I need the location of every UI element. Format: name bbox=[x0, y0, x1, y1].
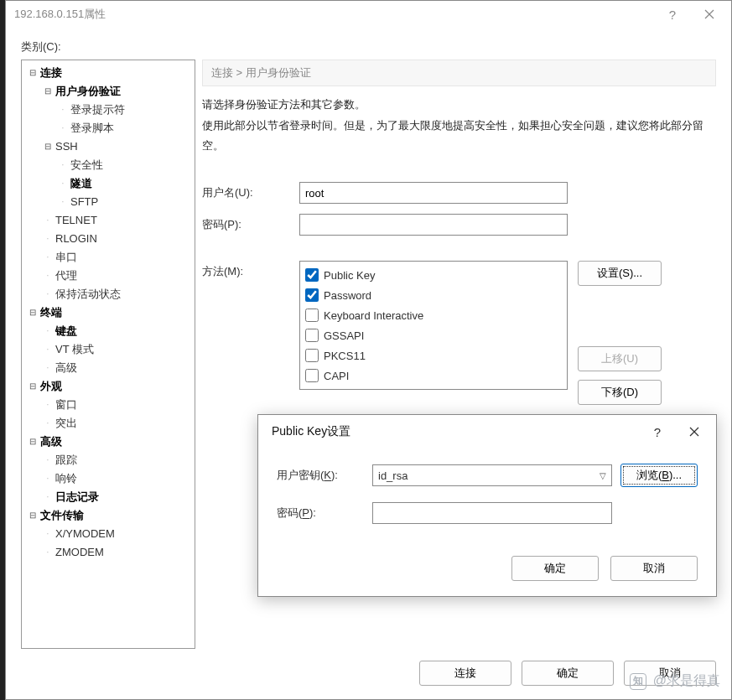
tree-branch-icon: · bbox=[42, 525, 54, 543]
tree-item[interactable]: ⊟文件传输 bbox=[22, 506, 195, 525]
tree-item-label: 跟踪 bbox=[54, 451, 79, 469]
tree-branch-icon: · bbox=[42, 543, 54, 562]
tree-item-label: 键盘 bbox=[54, 322, 79, 340]
tree-item[interactable]: ·TELNET bbox=[22, 211, 195, 230]
tree-item-label: RLOGIN bbox=[54, 230, 99, 248]
user-key-label: 用户密钥(K): bbox=[277, 468, 364, 483]
tree-item[interactable]: ⊟高级 bbox=[22, 433, 195, 451]
modal-ok-button[interactable]: 确定 bbox=[511, 556, 599, 581]
move-down-button[interactable]: 下移(D) bbox=[578, 380, 662, 405]
method-checkbox[interactable] bbox=[305, 268, 319, 282]
tree-item[interactable]: ·串口 bbox=[22, 248, 195, 267]
help-button[interactable]: ? bbox=[654, 2, 691, 27]
tree-item[interactable]: ⊟外观 bbox=[22, 377, 195, 396]
password-row: 密码(P): bbox=[202, 214, 716, 236]
tree-item-label: 代理 bbox=[54, 267, 79, 285]
tree-item[interactable]: ·跟踪 bbox=[22, 451, 195, 469]
method-item[interactable]: CAPI bbox=[305, 366, 562, 386]
modal-help-button[interactable]: ? bbox=[639, 419, 676, 444]
tree-item[interactable]: ⊟用户身份验证 bbox=[22, 82, 195, 101]
bottom-bar: 连接 确定 取消 bbox=[21, 649, 716, 699]
tree-collapse-icon[interactable]: ⊟ bbox=[27, 303, 39, 322]
tree-item[interactable]: ·保持活动状态 bbox=[22, 285, 195, 303]
tree-item-label: 隧道 bbox=[69, 174, 94, 193]
modal-cancel-button[interactable]: 取消 bbox=[610, 556, 698, 581]
tree-branch-icon: · bbox=[57, 174, 69, 193]
chevron-down-icon: ▽ bbox=[600, 471, 606, 480]
method-item[interactable]: Public Key bbox=[305, 265, 562, 285]
method-side-buttons: 设置(S)... 上移(U) 下移(D) bbox=[578, 261, 662, 405]
settings-button[interactable]: 设置(S)... bbox=[578, 261, 662, 286]
tree-item[interactable]: ·X/YMODEM bbox=[22, 525, 195, 543]
move-up-button[interactable]: 上移(U) bbox=[578, 346, 662, 371]
cancel-button[interactable]: 取消 bbox=[624, 661, 716, 686]
modal-footer: 确定 取消 bbox=[258, 546, 716, 596]
tree-item[interactable]: ·代理 bbox=[22, 267, 195, 285]
connect-button[interactable]: 连接 bbox=[419, 661, 511, 686]
tree-item-label: 安全性 bbox=[69, 156, 105, 174]
method-checkbox[interactable] bbox=[305, 329, 319, 342]
method-checkbox[interactable] bbox=[305, 349, 319, 362]
method-checkbox[interactable] bbox=[305, 288, 319, 302]
browse-button[interactable]: 浏览(B)... bbox=[620, 464, 698, 487]
tree-collapse-icon[interactable]: ⊟ bbox=[42, 137, 54, 156]
tree-item[interactable]: ·隧道 bbox=[22, 174, 195, 193]
tree-item[interactable]: ·突出 bbox=[22, 414, 195, 433]
tree-collapse-icon[interactable]: ⊟ bbox=[27, 64, 39, 82]
tree-item[interactable]: ·登录脚本 bbox=[22, 119, 195, 137]
tree-item-label: VT 模式 bbox=[54, 340, 96, 359]
tree-item[interactable]: ·登录提示符 bbox=[22, 101, 195, 119]
tree-branch-icon: · bbox=[42, 451, 54, 469]
tree-item[interactable]: ·安全性 bbox=[22, 156, 195, 174]
tree-item[interactable]: ·日志记录 bbox=[22, 488, 195, 506]
method-item[interactable]: Keyboard Interactive bbox=[305, 305, 562, 325]
username-input[interactable] bbox=[299, 182, 568, 204]
methods-list[interactable]: Public KeyPasswordKeyboard InteractiveGS… bbox=[299, 261, 568, 390]
ok-button[interactable]: 确定 bbox=[522, 661, 614, 686]
tree-item[interactable]: ⊟连接 bbox=[22, 64, 195, 82]
tree-collapse-icon[interactable]: ⊟ bbox=[27, 506, 39, 525]
tree-collapse-icon[interactable]: ⊟ bbox=[27, 433, 39, 451]
tree-item-label: 日志记录 bbox=[54, 488, 101, 506]
description-line: 使用此部分以节省登录时间。但是，为了最大限度地提高安全性，如果担心安全问题，建议… bbox=[202, 116, 716, 157]
tree-item-label: 串口 bbox=[54, 248, 79, 267]
tree-item[interactable]: ⊟SSH bbox=[22, 137, 195, 156]
tree-item[interactable]: ·键盘 bbox=[22, 322, 195, 340]
modal-password-label: 密码(P): bbox=[277, 506, 364, 521]
tree-collapse-icon[interactable]: ⊟ bbox=[27, 377, 39, 396]
category-tree[interactable]: ⊟连接⊟用户身份验证·登录提示符·登录脚本⊟SSH·安全性·隧道·SFTP·TE… bbox=[21, 60, 195, 649]
tree-collapse-icon[interactable]: ⊟ bbox=[42, 82, 54, 101]
method-item[interactable]: PKCS11 bbox=[305, 345, 562, 366]
method-checkbox[interactable] bbox=[305, 309, 319, 322]
tree-item[interactable]: ·RLOGIN bbox=[22, 230, 195, 248]
close-icon bbox=[704, 9, 714, 19]
user-key-select[interactable]: id_rsa ▽ bbox=[372, 464, 612, 486]
method-label: Public Key bbox=[324, 269, 375, 282]
tree-item[interactable]: ·响铃 bbox=[22, 469, 195, 488]
tree-item[interactable]: ⊟终端 bbox=[22, 303, 195, 322]
modal-close-button[interactable] bbox=[676, 419, 713, 444]
tree-item-label: 终端 bbox=[39, 303, 64, 322]
close-button[interactable] bbox=[691, 2, 728, 27]
tree-item[interactable]: ·VT 模式 bbox=[22, 340, 195, 359]
tree-branch-icon: · bbox=[42, 396, 54, 414]
method-label: Password bbox=[324, 289, 371, 302]
modal-password-input[interactable] bbox=[372, 502, 612, 524]
modal-password-row: 密码(P): bbox=[277, 502, 698, 524]
tree-branch-icon: · bbox=[42, 469, 54, 488]
tree-item[interactable]: ·高级 bbox=[22, 359, 195, 377]
tree-item-label: TELNET bbox=[54, 211, 99, 230]
password-input[interactable] bbox=[299, 214, 568, 236]
tree-item-label: 窗口 bbox=[54, 396, 79, 414]
method-item[interactable]: Password bbox=[305, 285, 562, 305]
tree-item-label: 突出 bbox=[54, 414, 79, 433]
tree-branch-icon: · bbox=[42, 488, 54, 506]
tree-item[interactable]: ·窗口 bbox=[22, 396, 195, 414]
method-checkbox[interactable] bbox=[305, 369, 319, 382]
tree-branch-icon: · bbox=[57, 101, 69, 119]
method-item[interactable]: GSSAPI bbox=[305, 325, 562, 345]
tree-item[interactable]: ·ZMODEM bbox=[22, 543, 195, 562]
tree-item[interactable]: ·SFTP bbox=[22, 193, 195, 211]
modal-title-bar: Public Key设置 ? bbox=[258, 415, 716, 449]
tree-branch-icon: · bbox=[57, 193, 69, 211]
